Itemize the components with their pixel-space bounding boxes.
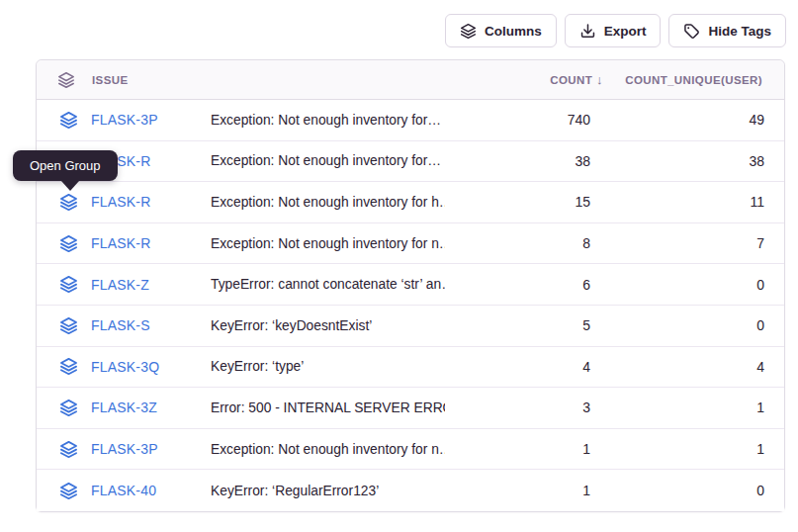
open-group-tooltip: Open Group <box>13 150 118 181</box>
issue-link[interactable]: FLASK-3Z <box>80 399 211 415</box>
count-value: 740 <box>445 112 603 128</box>
issue-title: Exception: Not enough inventory for… <box>211 153 445 168</box>
count-unique-value: 0 <box>603 317 784 333</box>
header-count-unique[interactable]: COUNT_UNIQUE(USER) <box>603 74 784 86</box>
open-group-button[interactable] <box>37 316 80 335</box>
open-group-tooltip-label: Open Group <box>30 158 101 173</box>
tag-icon <box>683 23 700 40</box>
count-value: 15 <box>445 194 603 210</box>
open-group-button[interactable] <box>37 234 80 253</box>
issue-title: Exception: Not enough inventory for n… <box>211 236 445 251</box>
export-button[interactable]: Export <box>565 14 662 47</box>
table-row: FLASK-3P Exception: Not enough inventory… <box>37 100 784 141</box>
issue-link[interactable]: FLASK-R <box>80 235 211 251</box>
header-count[interactable]: COUNT ↓ <box>445 72 603 87</box>
stack-icon <box>460 23 477 40</box>
table-row: FLASK-40 KeyError: ‘RegularError123’ 1 0 <box>37 470 784 511</box>
issue-title: Exception: Not enough inventory for h… <box>211 195 445 210</box>
table-row: FLASK-3P Exception: Not enough inventory… <box>37 429 784 471</box>
count-value: 38 <box>445 153 603 169</box>
open-group-button[interactable] <box>37 482 80 500</box>
count-unique-value: 7 <box>603 235 784 251</box>
issue-title: KeyError: ‘type’ <box>211 359 445 374</box>
results-table: ISSUE COUNT ↓ COUNT_UNIQUE(USER) FLASK-3… <box>36 59 785 512</box>
open-group-button[interactable] <box>37 111 80 130</box>
issue-title: KeyError: ‘keyDoesntExist’ <box>211 318 445 333</box>
count-value: 4 <box>445 359 603 375</box>
count-value: 8 <box>445 235 603 251</box>
open-group-button[interactable] <box>37 193 80 212</box>
download-icon <box>579 23 596 40</box>
table-toolbar: Columns Export Hide Tags <box>445 14 786 47</box>
count-value: 3 <box>445 399 603 415</box>
table-header-row: ISSUE COUNT ↓ COUNT_UNIQUE(USER) <box>37 60 784 100</box>
hide-tags-button[interactable]: Hide Tags <box>668 14 786 47</box>
issue-link[interactable]: FLASK-R <box>80 194 211 210</box>
table-row: FLASK-S KeyError: ‘keyDoesntExist’ 5 0 <box>37 306 784 347</box>
table-row: FLASK-Z TypeError: cannot concatenate ‘s… <box>37 264 784 306</box>
columns-button-label: Columns <box>485 24 542 39</box>
issue-title: Exception: Not enough inventory for… <box>211 113 445 128</box>
open-group-button[interactable] <box>37 275 80 294</box>
count-unique-value: 49 <box>603 112 784 128</box>
hide-tags-button-label: Hide Tags <box>708 24 771 39</box>
header-count-label: COUNT <box>550 74 592 86</box>
issue-title: KeyError: ‘RegularError123’ <box>211 484 445 498</box>
table-row: FLASK-R Exception: Not enough inventory … <box>37 141 784 183</box>
count-value: 6 <box>445 277 603 293</box>
table-row: FLASK-3Q KeyError: ‘type’ 4 4 <box>37 347 784 389</box>
count-value: 5 <box>445 317 603 333</box>
count-unique-value: 11 <box>603 194 784 210</box>
issue-link[interactable]: FLASK-Z <box>80 277 211 293</box>
count-value: 1 <box>445 441 603 457</box>
export-button-label: Export <box>604 24 647 39</box>
count-unique-value: 38 <box>603 153 784 169</box>
issue-link[interactable]: FLASK-S <box>80 317 211 333</box>
issue-title: TypeError: cannot concatenate ‘str’ an… <box>211 277 445 292</box>
header-issue[interactable]: ISSUE <box>80 74 211 86</box>
columns-button[interactable]: Columns <box>445 14 557 47</box>
issue-link[interactable]: FLASK-3P <box>80 441 211 457</box>
table-row: FLASK-R Exception: Not enough inventory … <box>37 223 784 265</box>
table-row: FLASK-3Z Error: 500 - INTERNAL SERVER ER… <box>37 388 784 429</box>
issue-title: Exception: Not enough inventory for n… <box>211 442 445 457</box>
sort-desc-icon: ↓ <box>596 72 603 87</box>
count-unique-value: 0 <box>603 483 784 498</box>
issue-title: Error: 500 - INTERNAL SERVER ERROR <box>211 400 445 415</box>
count-unique-value: 0 <box>603 277 784 293</box>
issue-link[interactable]: FLASK-40 <box>80 483 211 498</box>
count-value: 1 <box>445 483 603 498</box>
count-unique-value: 1 <box>603 399 784 415</box>
tooltip-caret-icon <box>61 181 79 191</box>
open-group-button[interactable] <box>37 399 80 417</box>
count-unique-value: 4 <box>603 359 784 375</box>
table-body: FLASK-3P Exception: Not enough inventory… <box>37 100 784 511</box>
open-group-button[interactable] <box>37 440 80 459</box>
table-row: FLASK-R Exception: Not enough inventory … <box>37 182 784 223</box>
count-unique-value: 1 <box>603 441 784 457</box>
issue-stack-header-icon <box>37 71 80 89</box>
open-group-button[interactable] <box>37 357 80 376</box>
issue-link[interactable]: FLASK-3Q <box>80 359 211 375</box>
issue-link[interactable]: FLASK-3P <box>80 112 211 128</box>
